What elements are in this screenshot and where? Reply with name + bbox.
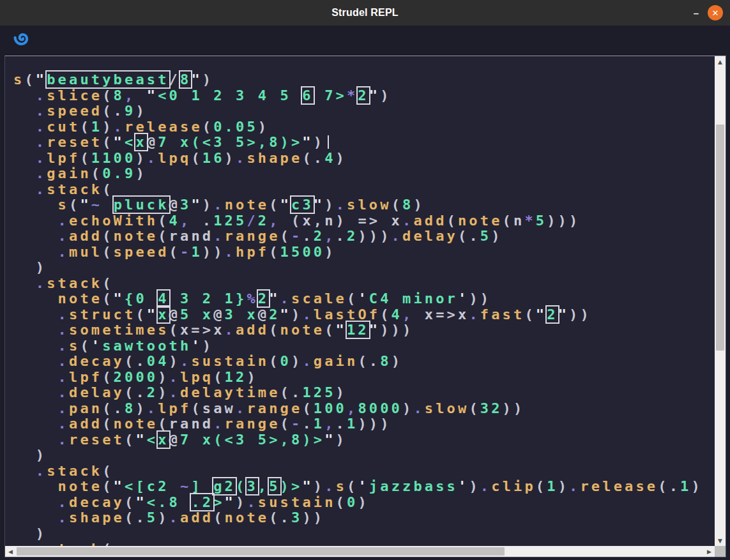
code-token: ( — [125, 432, 135, 448]
scroll-left-button[interactable]: ◀ — [5, 546, 16, 557]
code-token: ( — [102, 478, 113, 494]
horizontal-scrollbar-thumb[interactable] — [17, 547, 505, 556]
code-token: . — [58, 338, 69, 354]
code-token: 8000 — [358, 400, 402, 416]
code-token: . — [314, 150, 324, 166]
code-line[interactable]: .slice(8, "<0 1 2 3 4 5 6 7>*2") — [13, 88, 715, 104]
code-token: ( — [269, 353, 280, 369]
code-line[interactable]: .reset("<x@7 x(<3 5>,8)>") — [13, 432, 715, 448]
code-token: x=>x — [425, 306, 469, 322]
code-line[interactable]: .cut(1).release(0.05) — [13, 119, 715, 135]
code-token: ) — [202, 338, 213, 354]
active-token: 3 — [247, 478, 257, 494]
scroll-down-button[interactable]: ▼ — [715, 535, 726, 546]
code-token: note — [114, 228, 158, 244]
code-line[interactable]: s("beautybeast/8") — [13, 72, 715, 88]
code-token: , — [258, 478, 269, 494]
vertical-scrollbar-thumb[interactable] — [716, 125, 724, 351]
code-token: " — [314, 197, 324, 213]
code-line[interactable]: .delay(.2).delaytime(.125) — [13, 385, 715, 401]
code-line[interactable]: .decay(.04).sustain(0).gain(.8) — [13, 354, 715, 370]
close-button[interactable]: ✕ — [706, 0, 725, 26]
code-token: note — [114, 416, 158, 432]
code-line[interactable]: .pan(.8).lpf(saw.range(100,8000).slow(32… — [13, 401, 715, 417]
strudel-logo[interactable] — [12, 29, 33, 49]
code-token: range — [225, 416, 280, 432]
code-line[interactable]: .struct("x@5 x@3 x@2").lastOf(4, x=>x.fa… — [13, 307, 715, 323]
code-token: . — [480, 478, 491, 494]
code-token: ( — [347, 291, 358, 306]
code-line[interactable]: .stack( — [13, 464, 715, 480]
active-token: x — [135, 134, 146, 150]
scroll-up-button[interactable]: ▲ — [715, 56, 726, 67]
code-token: 9 — [125, 103, 135, 119]
horizontal-scrollbar[interactable]: ◀ ▶ — [5, 546, 715, 557]
minimize-button[interactable]: – — [685, 0, 707, 26]
code-token: stack — [47, 463, 102, 479]
code-token — [13, 119, 36, 135]
code-token: @ — [258, 306, 269, 322]
code-line[interactable]: ) — [13, 260, 715, 276]
code-token: ) — [158, 384, 169, 400]
code-token: 04 — [147, 353, 169, 369]
scroll-right-button[interactable]: ▶ — [704, 546, 715, 557]
active-token: 6 — [302, 87, 313, 103]
code-token: ( — [236, 478, 247, 494]
code-line[interactable]: .s('sawtooth') — [13, 338, 715, 354]
code-line[interactable]: .decay("<.8 .2>").sustain(0) — [13, 495, 715, 511]
code-line[interactable]: .mul(speed(-1)).hpf(1500) — [13, 245, 715, 261]
editor-frame: s("beautybeast/8") .slice(8, "<0 1 2 3 4… — [4, 56, 726, 557]
code-line[interactable]: .gain(0.9) — [13, 166, 715, 182]
code-token: slice — [47, 87, 102, 103]
code-line[interactable]: ) — [13, 526, 715, 542]
code-token: ) — [380, 87, 391, 103]
code-token: . — [147, 400, 158, 416]
code-token: ( — [358, 353, 369, 369]
code-token: . — [291, 384, 302, 400]
code-token: . — [135, 510, 146, 526]
code-token: note — [225, 197, 270, 213]
code-line[interactable]: .sometimes(x=>x.add(note("12"))) — [13, 322, 715, 338]
code-token: 0 — [347, 494, 358, 510]
code-token: ) — [392, 353, 402, 369]
code-line[interactable]: .stack( — [13, 182, 715, 198]
code-line[interactable]: .speed(.9) — [13, 103, 715, 119]
active-token: c3 — [291, 197, 314, 213]
code-token: fast — [480, 306, 525, 322]
code-line[interactable]: ) — [13, 448, 715, 464]
code-line[interactable]: note("<[c2 ~] g2(3,5)>").s('jazzbass').c… — [13, 479, 715, 495]
code-token — [13, 338, 58, 354]
code-line[interactable]: .lpf(1100).lpq(16).shape(.4) — [13, 151, 715, 167]
code-token: delaytime — [180, 384, 280, 400]
code-token: <0 1 2 3 4 5 — [158, 87, 302, 103]
code-line[interactable]: .lpf(2000).lpq(12) — [13, 370, 715, 386]
code-token: . — [324, 478, 335, 494]
code-line[interactable]: .stack( — [13, 276, 715, 292]
code-token: . — [58, 416, 69, 432]
code-token: 3 — [180, 197, 191, 213]
code-line[interactable]: .add(note(rand.range(-.1,.1))) — [13, 416, 715, 432]
code-token: ) — [258, 119, 269, 135]
code-token: . — [180, 353, 191, 369]
code-token: " — [324, 432, 335, 448]
code-line[interactable]: .echoWith(4, .125/2, (x,n) => x.add(note… — [13, 213, 715, 229]
code-token: . — [58, 228, 69, 244]
code-line[interactable]: s("~ pluck@3").note("c3").slow(8) — [13, 197, 715, 213]
code-token — [13, 150, 36, 166]
code-token: " — [191, 197, 202, 213]
vertical-scrollbar[interactable]: ▲ ▼ — [715, 56, 726, 546]
code-token: ) — [236, 494, 247, 510]
code-token — [13, 291, 58, 306]
code-token: add — [69, 228, 102, 244]
code-line[interactable]: .shape(.5).add(note(.3)) — [13, 510, 715, 526]
code-token: ) — [135, 103, 146, 119]
code-line[interactable]: .reset("<x@7 x(<3 5>,8)>") — [13, 135, 715, 151]
code-line[interactable]: .stack( — [13, 541, 715, 546]
code-token: lpf — [69, 369, 102, 385]
code-line[interactable]: note("{0 4 3 2 1}%2".scale('C4 minor')) — [13, 291, 715, 307]
code-line[interactable]: .add(note(rand.range(-.2,.2))).delay(.5) — [13, 229, 715, 245]
code-token: 2000 — [114, 369, 158, 385]
code-token: ) — [324, 244, 335, 260]
code-area[interactable]: s("beautybeast/8") .slice(8, "<0 1 2 3 4… — [5, 56, 715, 546]
code-token: 4 — [324, 150, 335, 166]
